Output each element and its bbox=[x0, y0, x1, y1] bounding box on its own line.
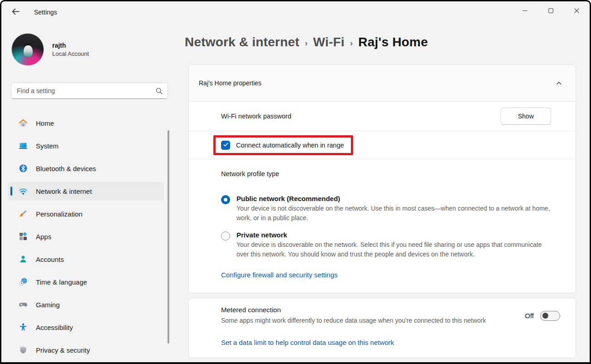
close-button[interactable] bbox=[564, 1, 590, 20]
wifi-password-row: Wi-Fi network password Show bbox=[189, 102, 576, 131]
main-content: Network & internet › Wi-Fi › Raj's Home … bbox=[174, 23, 590, 362]
metered-toggle[interactable] bbox=[540, 311, 560, 321]
sidebar-item-network-internet[interactable]: Network & internet bbox=[8, 182, 164, 200]
properties-expander-header[interactable]: Raj's Home properties bbox=[189, 65, 576, 101]
network-profile-section: Network profile type Public network (Rec… bbox=[189, 159, 576, 293]
search-box bbox=[11, 83, 168, 99]
wifi-password-label: Wi-Fi network password bbox=[221, 113, 291, 120]
window-controls bbox=[512, 1, 590, 20]
public-network-title: Public network (Recommended) bbox=[236, 195, 550, 202]
apps-icon bbox=[19, 232, 28, 241]
sidebar-item-privacy-security[interactable]: Privacy & security bbox=[8, 341, 164, 359]
page-title: Raj's Home bbox=[358, 35, 428, 49]
public-network-description: Your device is not discoverable on the n… bbox=[236, 204, 550, 223]
checkmark-icon bbox=[223, 141, 229, 149]
breadcrumb-separator: › bbox=[305, 38, 308, 48]
maximize-icon bbox=[548, 7, 553, 15]
metered-connection-label: Metered connection bbox=[221, 306, 486, 314]
avatar bbox=[11, 33, 44, 66]
metered-card: Metered connection Some apps might work … bbox=[188, 298, 576, 358]
account-summary: rajth Local Account bbox=[11, 33, 174, 66]
breadcrumb-wifi[interactable]: Wi-Fi bbox=[313, 35, 345, 49]
sidebar-item-label: Apps bbox=[36, 233, 51, 241]
sidebar-item-label: Accounts bbox=[36, 256, 64, 263]
settings-window: Settings rajth Local Account bbox=[0, 0, 591, 364]
app-body: rajth Local Account Home bbox=[1, 23, 590, 362]
sidebar-scrollbar[interactable] bbox=[167, 130, 169, 344]
clock-globe-icon bbox=[19, 277, 28, 286]
close-icon bbox=[574, 7, 579, 15]
network-profile-label: Network profile type bbox=[221, 170, 550, 177]
sidebar-item-label: Network & internet bbox=[36, 187, 92, 195]
back-button[interactable] bbox=[8, 5, 23, 20]
properties-title: Raj's Home properties bbox=[199, 79, 261, 87]
sidebar-item-accounts[interactable]: Accounts bbox=[8, 250, 164, 268]
auto-connect-row: Connect automatically when in range bbox=[189, 131, 576, 159]
home-icon bbox=[19, 118, 28, 128]
private-network-title: Private network bbox=[236, 231, 550, 239]
shield-icon bbox=[19, 345, 28, 354]
auto-connect-checkbox[interactable] bbox=[221, 141, 230, 150]
sidebar-item-label: System bbox=[36, 142, 59, 150]
user-name: rajth bbox=[52, 42, 89, 49]
search-input[interactable] bbox=[11, 83, 168, 99]
titlebar: Settings bbox=[1, 1, 590, 23]
paintbrush-icon bbox=[19, 209, 28, 218]
metered-connection-row: Metered connection Some apps might work … bbox=[189, 298, 576, 331]
set-data-limit-link[interactable]: Set a data limit to help control data us… bbox=[221, 339, 394, 346]
chevron-up-icon bbox=[552, 76, 566, 90]
sidebar-item-accessibility[interactable]: Accessibility bbox=[8, 318, 164, 336]
wifi-icon bbox=[19, 187, 28, 196]
sidebar-item-time-language[interactable]: Time & language bbox=[8, 273, 164, 291]
metered-toggle-state: Off bbox=[525, 312, 534, 320]
sidebar-item-label: Time & language bbox=[36, 278, 87, 286]
sidebar-item-label: Personalization bbox=[36, 210, 83, 218]
search-icon bbox=[156, 88, 163, 96]
account-type: Local Account bbox=[52, 50, 89, 57]
minimize-button[interactable] bbox=[512, 1, 538, 20]
sidebar-item-label: Gaming bbox=[36, 301, 60, 309]
system-icon bbox=[19, 141, 28, 150]
breadcrumb-network-internet[interactable]: Network & internet bbox=[185, 35, 300, 49]
breadcrumb-separator: › bbox=[350, 38, 353, 48]
accessibility-icon bbox=[19, 323, 28, 332]
person-icon bbox=[19, 255, 28, 264]
show-password-button[interactable]: Show bbox=[501, 108, 551, 125]
sidebar-item-label: Home bbox=[36, 119, 54, 127]
toggle-knob bbox=[542, 313, 548, 319]
maximize-button[interactable] bbox=[538, 1, 564, 20]
sidebar-item-label: Accessibility bbox=[36, 324, 73, 331]
red-highlight-annotation: Connect automatically when in range bbox=[213, 135, 353, 155]
public-network-radio[interactable] bbox=[221, 195, 230, 204]
metered-toggle-group: Off bbox=[525, 311, 560, 321]
sidebar-item-system[interactable]: System bbox=[8, 137, 164, 155]
sidebar-item-gaming[interactable]: Gaming bbox=[8, 295, 164, 314]
bluetooth-icon bbox=[19, 164, 28, 173]
auto-connect-label: Connect automatically when in range bbox=[236, 142, 344, 149]
gamepad-icon bbox=[19, 300, 28, 309]
private-network-option: Private network Your device is discovera… bbox=[221, 231, 550, 259]
minimize-icon bbox=[522, 7, 527, 15]
data-limit-row: Set a data limit to help control data us… bbox=[189, 331, 576, 358]
breadcrumb: Network & internet › Wi-Fi › Raj's Home bbox=[185, 35, 573, 49]
sidebar-nav: Home System Bluetooth & devices bbox=[1, 114, 174, 359]
sidebar-item-label: Privacy & security bbox=[36, 346, 90, 354]
private-network-radio[interactable] bbox=[221, 231, 230, 241]
public-network-option: Public network (Recommended) Your device… bbox=[221, 195, 550, 223]
sidebar-item-personalization[interactable]: Personalization bbox=[8, 205, 164, 223]
configure-firewall-link[interactable]: Configure firewall and security settings bbox=[221, 271, 338, 279]
sidebar-item-home[interactable]: Home bbox=[8, 114, 164, 132]
sidebar-item-apps[interactable]: Apps bbox=[8, 227, 164, 246]
private-network-description: Your device is discoverable on the netwo… bbox=[236, 240, 550, 259]
window-title: Settings bbox=[34, 9, 57, 16]
sidebar-item-label: Bluetooth & devices bbox=[36, 165, 96, 172]
sidebar-item-bluetooth-devices[interactable]: Bluetooth & devices bbox=[8, 159, 164, 177]
sidebar: rajth Local Account Home bbox=[1, 23, 174, 362]
properties-card: Raj's Home properties Wi-Fi network pass… bbox=[188, 64, 576, 293]
metered-connection-description: Some apps might work differently to redu… bbox=[221, 316, 486, 325]
arrow-left-icon bbox=[12, 8, 20, 17]
